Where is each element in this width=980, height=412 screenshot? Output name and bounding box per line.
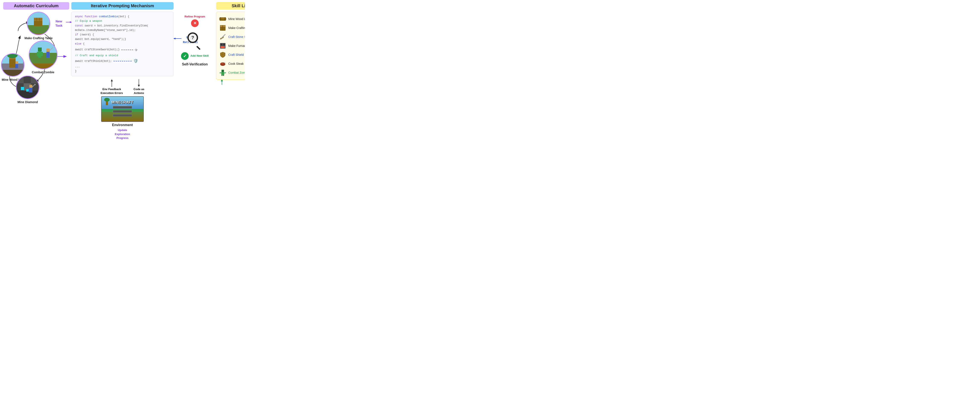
- self-verify-label: Self-Verification: [182, 62, 208, 66]
- main-container: Automatic Curriculum: [0, 0, 245, 142]
- svg-rect-77: [222, 72, 223, 72]
- mc-buttons: [113, 106, 132, 117]
- svg-rect-78: [221, 72, 224, 75]
- skill-icon-wood-log: [220, 16, 226, 22]
- skill-label-combat-zombie: Combat Zombie: [228, 71, 245, 74]
- furnace-icon: [220, 42, 226, 49]
- circle-mine-diamond: Mine Diamond: [16, 76, 40, 104]
- skill-label-cook-steak: Cook Steak: [228, 62, 243, 65]
- skill-label-crafting-table: Make Crafting Table: [228, 26, 245, 30]
- add-skill-label: Add New Skill: [190, 54, 209, 57]
- svg-marker-43: [111, 79, 113, 81]
- code-actions-label: Code asActions: [134, 87, 145, 95]
- steak-icon: [220, 60, 226, 67]
- env-feedback-col: Env FeedbackExecution Errors: [100, 79, 123, 95]
- magnifier-handle: [196, 46, 200, 50]
- prompting-section: Iterative Prompting Mechanism NewTask as…: [72, 2, 173, 140]
- skill-label-shield: Craft Shield: [228, 53, 244, 56]
- svg-point-73: [225, 62, 226, 63]
- skill-label-stone-sword: Craft Stone Sword: [228, 35, 245, 38]
- refine-label: Refine Program: [185, 15, 205, 18]
- svg-rect-34: [29, 85, 32, 88]
- scene-crafting-table: [27, 12, 49, 35]
- svg-rect-81: [221, 75, 223, 76]
- svg-rect-13: [41, 52, 43, 56]
- svg-rect-82: [223, 75, 224, 76]
- skill-item-shield: Craft Shield: [220, 50, 245, 59]
- code-actions-col: Code asActions: [134, 79, 145, 95]
- code-line-9: // Craft and equip a shield: [75, 54, 170, 58]
- svg-rect-15: [46, 52, 49, 58]
- combat-scene: [29, 41, 57, 69]
- svg-rect-19: [2, 70, 23, 75]
- svg-point-70: [221, 63, 223, 64]
- mc-title-area: MINECRAFT JAVA EDITION: [111, 100, 133, 106]
- game-circle-wood: [1, 53, 24, 77]
- code-line-8: await craftStoneSword(bot);}: [75, 48, 120, 52]
- skill-icon-crafting-table: [220, 24, 226, 31]
- new-task-label: NewTask: [56, 19, 62, 27]
- stone-sword-icon: [220, 33, 226, 40]
- skill-item-stone-sword: Craft Stone Sword: [220, 32, 245, 41]
- skill-icon-combat-zombie: [220, 69, 226, 76]
- add-skill-arrow-container: [216, 79, 245, 85]
- scene-wood-log: [2, 54, 24, 76]
- svg-marker-45: [138, 85, 140, 87]
- code-line-10: await craftShield(bot);: [75, 59, 112, 64]
- code-line-6: await bot.equip(sword, "hand");}: [75, 37, 170, 41]
- mc-title-text: MINECRAFT: [111, 100, 133, 104]
- code-line-2: // Equip a weapon: [75, 19, 170, 24]
- skill-item-combat-zombie: Combat Zombie: [220, 68, 245, 77]
- svg-rect-56: [220, 25, 222, 27]
- verification-section: Refine Program ? Add New Skill Self-Veri…: [176, 2, 214, 66]
- feedback-arrows-row: Env FeedbackExecution Errors Code asActi…: [72, 79, 173, 95]
- svg-point-65: [222, 46, 223, 48]
- svg-point-72: [224, 62, 224, 63]
- svg-rect-12: [37, 52, 38, 56]
- x-circle-container: [185, 19, 205, 29]
- wood-log-icon: [220, 16, 226, 22]
- code-line-12: }: [75, 69, 170, 73]
- skill-label-wood-log: Mine Wood Log: [228, 17, 245, 21]
- svg-marker-84: [221, 79, 223, 81]
- skill-icon-stone-sword: [220, 33, 226, 40]
- circle-label-crafting: Make Crafting Table: [24, 37, 52, 40]
- svg-marker-39: [70, 21, 72, 23]
- skill-item-crafting-table: Make Crafting Table: [220, 24, 245, 32]
- code-line-10-row: await craftShield(bot); 🛡️: [75, 58, 170, 65]
- game-circle-crafting: [27, 12, 50, 35]
- skill-retrieval-arrow: [173, 37, 182, 42]
- skill-library-section: Skill Library Mine Wood Log: [216, 2, 245, 85]
- new-task-arrow-svg: [66, 21, 72, 24]
- skill-library-title: Skill Library: [216, 2, 245, 10]
- mc-btn-3: [113, 114, 132, 117]
- curriculum-section: Automatic Curriculum: [3, 2, 69, 93]
- skill-item-furnace: Make Furnace: [220, 41, 245, 50]
- code-line-4: mcData.itemsByName["stone_sword"].id);: [75, 28, 170, 33]
- check-circle: [181, 52, 189, 60]
- diamond-scene: [17, 76, 38, 97]
- magnifier-icon: ?: [188, 32, 202, 47]
- shield-icon-svg: [220, 51, 226, 58]
- skill-icon-shield: [220, 51, 226, 58]
- svg-rect-32: [21, 87, 24, 90]
- crafting-table-icon: [220, 24, 226, 31]
- skill-library-box: Mine Wood Log Make Crafting Table: [216, 12, 245, 80]
- curriculum-title: Automatic Curriculum: [3, 2, 69, 10]
- prompting-title: Iterative Prompting Mechanism: [72, 2, 173, 10]
- circle-label-diamond: Mine Diamond: [18, 100, 38, 104]
- scene-combat-zombie: [29, 41, 57, 68]
- code-block: async function combatZombie(bot) { // Eq…: [72, 12, 173, 76]
- svg-rect-35: [29, 88, 32, 92]
- svg-rect-24: [15, 64, 18, 68]
- minecraft-screen-content: MINECRAFT JAVA EDITION: [102, 97, 143, 121]
- svg-rect-10: [38, 48, 42, 51]
- svg-rect-63: [223, 44, 225, 45]
- skill-retrieval-arrow-svg: [173, 37, 182, 40]
- minecraft-screen-box: MINECRAFT JAVA EDITION: [101, 96, 144, 122]
- circle-label-combat: Combat Zombie: [32, 70, 54, 74]
- refine-program-area: Refine Program: [185, 15, 205, 29]
- svg-rect-9: [29, 64, 57, 69]
- skill-label-furnace: Make Furnace: [228, 44, 245, 48]
- code-line-3: const sword = bot.inventory.findInventor…: [75, 24, 170, 28]
